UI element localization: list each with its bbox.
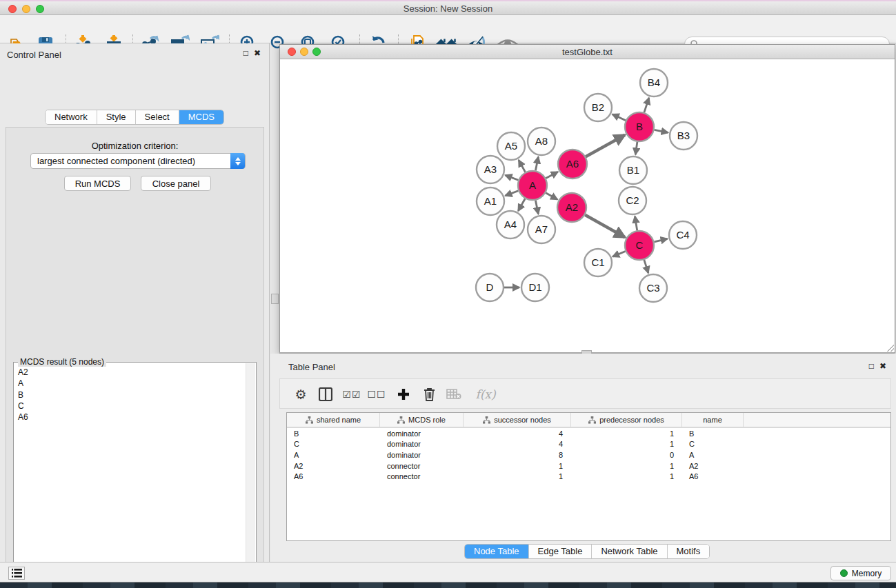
edge-A-A8[interactable] xyxy=(535,157,538,171)
table-cell[interactable]: 1 xyxy=(571,429,682,438)
table-cell[interactable]: 1 xyxy=(571,462,682,470)
tab-mcds[interactable]: MCDS xyxy=(179,110,223,124)
tab-style[interactable]: Style xyxy=(97,110,136,124)
table-cell[interactable]: A6 xyxy=(682,472,744,480)
optimization-criterion-select[interactable]: largest connected component (directed) xyxy=(30,153,246,169)
edge-A-A1[interactable] xyxy=(506,191,519,196)
close-panel-button[interactable]: Close panel xyxy=(141,176,211,191)
resize-grip[interactable] xyxy=(886,343,894,352)
table-cell[interactable]: 1 xyxy=(464,472,571,480)
tab-node-table[interactable]: Node Table xyxy=(465,545,529,558)
tab-motifs[interactable]: Motifs xyxy=(668,545,710,558)
table-cell[interactable]: 8 xyxy=(464,451,571,459)
node-label-B1: B1 xyxy=(627,164,639,176)
table-row[interactable]: A2connector11A2 xyxy=(287,460,890,472)
mcds-result-item[interactable]: A2 xyxy=(18,367,245,378)
edge-C-C2[interactable] xyxy=(635,216,637,231)
edge-B-B2[interactable] xyxy=(613,114,626,121)
table-cell[interactable]: B xyxy=(287,429,380,438)
table-cell[interactable]: C xyxy=(287,440,380,448)
edge-C-C4[interactable] xyxy=(654,239,667,242)
table-cell[interactable]: B xyxy=(682,429,744,438)
table-row[interactable]: Adominator80A xyxy=(287,449,890,460)
node-label-C3: C3 xyxy=(646,282,659,294)
column-header-predecessor-nodes[interactable]: predecessor nodes xyxy=(571,413,682,427)
table-cell[interactable]: dominator xyxy=(380,429,464,438)
run-mcds-button[interactable]: Run MCDS xyxy=(64,176,131,191)
vertical-splitter-handle[interactable] xyxy=(271,294,279,304)
table-cell[interactable]: A6 xyxy=(287,472,380,480)
table-cell[interactable]: connector xyxy=(380,472,464,480)
mcds-result-list[interactable]: A2ABCA6 xyxy=(14,365,245,588)
edge-A2-C[interactable] xyxy=(585,215,625,238)
scrollbar[interactable] xyxy=(246,363,255,588)
edge-C-C1[interactable] xyxy=(613,252,626,257)
table-cell[interactable]: 4 xyxy=(464,440,571,448)
table-cell[interactable]: 0 xyxy=(571,451,682,459)
mcds-result-item[interactable]: A6 xyxy=(18,412,245,423)
select-all-checkboxes-icon[interactable]: ☑☑ xyxy=(341,383,363,405)
settings-gear-icon[interactable]: ⚙ xyxy=(290,383,312,405)
main-toolbar xyxy=(0,15,896,43)
table-cell[interactable]: 1 xyxy=(571,472,682,480)
table-row[interactable]: A6connector11A6 xyxy=(287,471,890,482)
edge-B-B3[interactable] xyxy=(655,130,668,132)
float-table-panel-icon[interactable]: □ xyxy=(869,361,874,371)
mcds-result-item[interactable]: A xyxy=(18,378,245,389)
function-builder-icon[interactable]: f(x) xyxy=(470,383,501,405)
edge-B-B4[interactable] xyxy=(644,98,649,112)
edge-A-A3[interactable] xyxy=(506,175,519,180)
table-cell[interactable]: 1 xyxy=(464,462,571,470)
column-header-mcds-role[interactable]: MCDS role xyxy=(380,413,464,427)
float-panel-icon[interactable]: □ xyxy=(243,48,248,58)
node-label-C1: C1 xyxy=(591,256,604,268)
deselect-all-checkboxes-icon[interactable]: ☐☐ xyxy=(366,383,388,405)
table-cell[interactable]: 1 xyxy=(571,440,682,448)
close-table-panel-icon[interactable]: ✖ xyxy=(879,361,886,371)
table-cell[interactable]: A2 xyxy=(682,462,744,470)
table-cell[interactable]: A xyxy=(682,451,744,459)
mcds-result-item[interactable]: C xyxy=(18,401,245,412)
column-header-filler xyxy=(744,413,890,427)
control-panel-title: Control Panel xyxy=(7,50,61,60)
edge-A-A4[interactable] xyxy=(518,199,525,211)
table-cell[interactable]: dominator xyxy=(380,451,464,459)
edge-A-A6[interactable] xyxy=(546,172,557,178)
add-column-icon[interactable] xyxy=(392,383,415,405)
delete-column-icon[interactable] xyxy=(418,383,440,405)
close-panel-icon[interactable]: ✖ xyxy=(254,48,261,58)
column-browser-icon[interactable] xyxy=(315,383,337,405)
network-window-titlebar[interactable]: testGlobe.txt xyxy=(280,45,895,59)
column-header-successor-nodes[interactable]: successor nodes xyxy=(464,413,571,427)
task-history-icon[interactable] xyxy=(8,567,25,580)
table-cell[interactable]: C xyxy=(682,440,744,448)
tab-network[interactable]: Network xyxy=(46,110,97,124)
edge-A-A7[interactable] xyxy=(535,201,538,214)
column-header-shared-name[interactable]: shared name xyxy=(287,413,380,427)
edge-B-B1[interactable] xyxy=(635,142,637,154)
desktop-background xyxy=(0,582,896,588)
table-row[interactable]: Bdominator41B xyxy=(287,428,890,439)
edge-A-A5[interactable] xyxy=(519,160,526,172)
network-canvas[interactable]: AA6A2BCA1A3A4A5A7A8B1B2B3B4C1C2C3C4DD1 xyxy=(280,59,895,352)
mcds-result-item[interactable]: B xyxy=(18,389,245,401)
delete-table-icon[interactable] xyxy=(443,383,465,405)
table-cell[interactable]: A xyxy=(287,451,380,459)
table-toolbar: ⚙ ☑☑ ☐☐ f(x) xyxy=(279,378,891,409)
tab-select[interactable]: Select xyxy=(136,110,179,124)
edge-A6-B[interactable] xyxy=(586,135,625,157)
memory-button[interactable]: Memory xyxy=(830,566,891,580)
edge-A-A2[interactable] xyxy=(546,193,557,200)
tab-network-table[interactable]: Network Table xyxy=(592,545,667,558)
table-row[interactable]: Cdominator41C xyxy=(287,439,890,450)
tab-edge-table[interactable]: Edge Table xyxy=(529,545,593,558)
node-label-D1: D1 xyxy=(528,281,541,293)
table-cell[interactable]: A2 xyxy=(287,462,380,470)
node-label-B: B xyxy=(636,121,643,132)
table-cell[interactable]: 4 xyxy=(464,429,571,438)
selected-option: largest connected component (directed) xyxy=(37,156,195,166)
edge-C-C3[interactable] xyxy=(644,260,648,273)
column-header-name[interactable]: name xyxy=(682,413,744,427)
table-cell[interactable]: connector xyxy=(380,462,464,470)
table-cell[interactable]: dominator xyxy=(380,440,464,448)
